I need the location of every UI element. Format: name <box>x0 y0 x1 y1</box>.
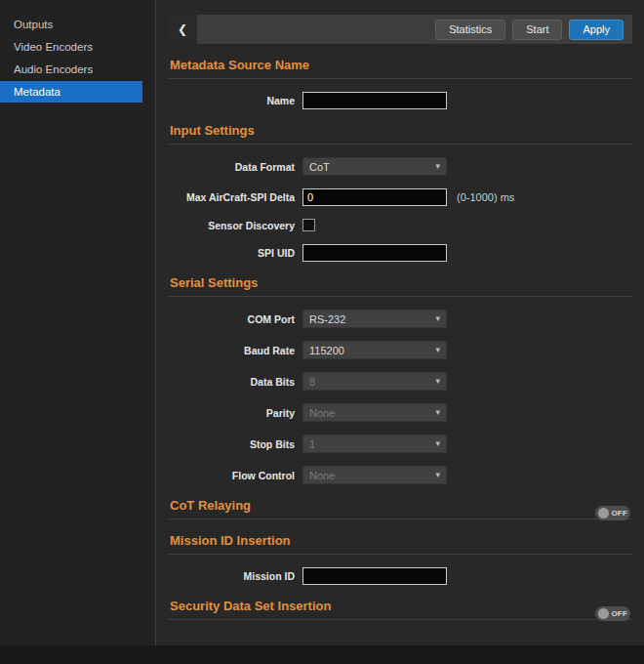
com-port-selected-value: RS-232 <box>309 313 435 325</box>
back-button[interactable]: ❮ <box>168 15 197 44</box>
baud-rate-selected-value: 115200 <box>309 345 435 356</box>
section-title-serial-settings: Serial Settings <box>170 275 258 290</box>
chevron-down-icon: ▾ <box>435 314 440 323</box>
section-header-input-settings: Input Settings <box>168 123 632 145</box>
form-row-spi-uid: SPI UID <box>168 244 632 262</box>
main-panel: ❮ Statistics Start Apply Metadata Source… <box>156 0 644 645</box>
chevron-down-icon: ▾ <box>435 162 440 171</box>
form-row-parity: Parity None ▾ <box>168 403 632 422</box>
form-row-data-format: Data Format CoT ▾ <box>168 157 632 176</box>
section-header-mission-id-insertion: Mission ID Insertion <box>168 533 632 555</box>
data-bits-label: Data Bits <box>168 376 295 388</box>
chevron-down-icon: ▾ <box>435 471 440 479</box>
form-row-max-aircraft-spi-delta: Max AirCraft-SPI Delta (0-1000) ms <box>168 188 632 206</box>
security-data-set-toggle[interactable]: OFF <box>595 606 630 621</box>
form-row-com-port: COM Port RS-232 ▾ <box>168 310 632 328</box>
sidebar-item-metadata[interactable]: Metadata <box>0 81 142 103</box>
spi-uid-input[interactable] <box>302 244 447 262</box>
baud-rate-label: Baud Rate <box>168 345 295 356</box>
flow-control-selected-value: None <box>309 470 435 481</box>
max-aircraft-spi-delta-hint: (0-1000) ms <box>457 191 514 203</box>
name-input[interactable] <box>302 92 447 109</box>
parity-select: None ▾ <box>302 403 447 422</box>
start-button[interactable]: Start <box>512 20 562 40</box>
section-header-serial-settings: Serial Settings <box>168 275 632 297</box>
mission-id-label: Mission ID <box>168 570 295 582</box>
data-format-select[interactable]: CoT ▾ <box>302 157 447 176</box>
toggle-knob-icon <box>598 608 609 619</box>
stop-bits-select: 1 ▾ <box>302 435 447 453</box>
form-row-name: Name <box>168 92 632 109</box>
data-format-label: Data Format <box>168 161 295 173</box>
form-row-data-bits: Data Bits 8 ▾ <box>168 372 632 391</box>
toolbar: ❮ Statistics Start Apply <box>168 15 632 44</box>
app-window: Outputs Video Encoders Audio Encoders Me… <box>0 0 644 645</box>
sensor-discovery-label: Sensor Discovery <box>168 220 295 231</box>
com-port-select[interactable]: RS-232 ▾ <box>302 310 447 328</box>
sidebar-item-outputs[interactable]: Outputs <box>0 14 155 35</box>
section-title-metadata-source-name: Metadata Source Name <box>170 58 309 72</box>
mission-id-input[interactable] <box>302 567 447 585</box>
security-data-set-toggle-state: OFF <box>609 609 627 618</box>
form-row-sensor-discovery: Sensor Discovery <box>168 219 632 231</box>
section-header-security-data-set-insertion: Security Data Set Insertion OFF <box>168 599 632 620</box>
data-format-selected-value: CoT <box>309 161 435 173</box>
chevron-down-icon: ▾ <box>435 377 440 386</box>
baud-rate-select[interactable]: 115200 ▾ <box>302 341 447 359</box>
section-header-metadata-source-name: Metadata Source Name <box>168 58 632 79</box>
chevron-down-icon: ▾ <box>435 439 440 448</box>
max-aircraft-spi-delta-input[interactable] <box>302 188 447 206</box>
section-header-cot-relaying: CoT Relaying OFF <box>168 498 632 519</box>
cot-relaying-toggle[interactable]: OFF <box>595 506 630 520</box>
flow-control-label: Flow Control <box>168 470 295 481</box>
form-row-stop-bits: Stop Bits 1 ▾ <box>168 435 632 453</box>
section-title-input-settings: Input Settings <box>170 123 255 138</box>
sidebar-item-audio-encoders[interactable]: Audio Encoders <box>0 59 155 80</box>
chevron-down-icon: ▾ <box>435 346 440 354</box>
data-bits-select: 8 ▾ <box>302 372 447 391</box>
chevron-left-icon: ❮ <box>178 22 187 36</box>
stop-bits-label: Stop Bits <box>168 438 295 450</box>
com-port-label: COM Port <box>168 313 295 325</box>
max-aircraft-spi-delta-label: Max AirCraft-SPI Delta <box>168 191 295 203</box>
sensor-discovery-checkbox[interactable] <box>302 219 315 231</box>
parity-selected-value: None <box>309 407 435 419</box>
section-title-security-data-set-insertion: Security Data Set Insertion <box>170 599 331 613</box>
section-title-cot-relaying: CoT Relaying <box>170 498 251 513</box>
stop-bits-selected-value: 1 <box>309 438 435 450</box>
data-bits-selected-value: 8 <box>309 376 435 388</box>
form-row-flow-control: Flow Control None ▾ <box>168 466 632 484</box>
sidebar: Outputs Video Encoders Audio Encoders Me… <box>0 0 156 645</box>
sidebar-item-video-encoders[interactable]: Video Encoders <box>0 36 155 58</box>
apply-button[interactable]: Apply <box>569 20 624 40</box>
statistics-button[interactable]: Statistics <box>435 20 505 40</box>
parity-label: Parity <box>168 407 295 419</box>
flow-control-select: None ▾ <box>302 466 447 484</box>
section-title-mission-id-insertion: Mission ID Insertion <box>170 533 291 548</box>
toggle-knob-icon <box>598 508 609 519</box>
form-row-baud-rate: Baud Rate 115200 ▾ <box>168 341 632 359</box>
cot-relaying-toggle-state: OFF <box>609 509 627 518</box>
name-label: Name <box>168 95 295 106</box>
chevron-down-icon: ▾ <box>435 408 440 417</box>
form-row-mission-id: Mission ID <box>168 567 632 585</box>
spi-uid-label: SPI UID <box>168 247 295 259</box>
